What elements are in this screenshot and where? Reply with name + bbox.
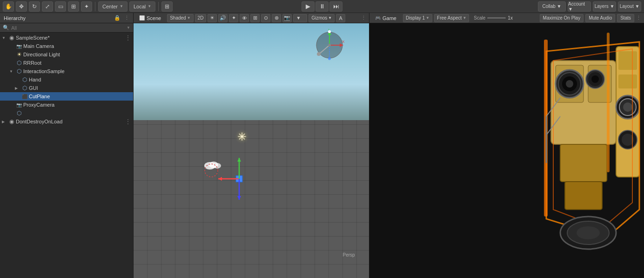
step-icon: ⏭ (333, 3, 339, 10)
camera-settings-btn[interactable]: ▼ (293, 14, 307, 22)
tree-item-empty[interactable]: ⬡ (0, 109, 133, 117)
scene-toolbar: ⬜ Scene Shaded ▼ 2D ☀ 🔊 ✦ (134, 13, 369, 23)
fx-btn[interactable]: ✦ (229, 14, 238, 22)
2d-toggle-btn[interactable]: 2D (195, 14, 207, 22)
scene-menu-icon[interactable]: ⋮ (361, 15, 366, 21)
tree-item-hand[interactable]: ⬡ Hand (0, 75, 133, 84)
layout-btn[interactable]: Layout ▼ (618, 1, 641, 12)
play-button[interactable]: ▶ (302, 1, 315, 12)
collab-btn[interactable]: Collab ▼ (538, 1, 566, 12)
scene-menu-icon[interactable]: ⋮ (125, 34, 133, 41)
group-icon: ⬡ (16, 68, 22, 75)
aspect-dropdown: ▼ (463, 16, 466, 20)
tree-item-rrroot[interactable]: ⬡ RRRoot (0, 59, 133, 67)
svg-marker-6 (218, 177, 222, 181)
hierarchy-tree: ▼ ◉ SampleScene* ⋮ 📷 Main Camera ☀ Direc… (0, 33, 133, 278)
gizmos-btn[interactable]: Gizmos ▼ (309, 14, 335, 22)
hierarchy-search-input[interactable] (11, 25, 125, 31)
hand-tool-btn[interactable]: ✋ (3, 1, 14, 12)
game-icon: 🎮 (375, 15, 381, 20)
grid-scene-btn[interactable]: ⊞ (250, 14, 260, 22)
shading-mode-btn[interactable]: Shaded ▼ (167, 14, 193, 22)
grid-btn[interactable]: ⊞ (161, 1, 173, 12)
tree-item-directional-light[interactable]: ☀ Directional Light (0, 50, 133, 59)
rotate-tool-btn[interactable]: ↻ (29, 1, 40, 12)
scale-text-label: Scale (474, 15, 485, 20)
search-icon: 🔍 (3, 25, 9, 31)
space-dropdown-icon: ▼ (148, 4, 151, 8)
hand-label: Hand (29, 77, 133, 82)
top-toolbar: ✋ ✥ ↻ ⤢ ▭ ⊞ ✦ Center ▼ Local ▼ ⊞ ▶ ⏸ ⏭ C… (0, 0, 644, 13)
layers-btn[interactable]: Layers ▼ (593, 1, 616, 12)
game-tab[interactable]: 🎮 Game (372, 15, 399, 21)
scene-tab[interactable]: ⬜ Scene (136, 15, 164, 21)
a-label: A (339, 15, 342, 21)
hierarchy-lock-icon[interactable]: 🔒 (114, 15, 121, 21)
lighting-btn[interactable]: ☀ (208, 14, 217, 22)
stats-btn[interactable]: Stats (617, 14, 634, 22)
tree-item-dontdestroy[interactable]: ▶ ◉ DontDestroyOnLoad ⋮ (0, 117, 133, 126)
arrow-icon: ▼ (2, 36, 7, 40)
maximize-label: Maximize On Play (543, 15, 581, 20)
transform-tool-btn[interactable]: ⊞ (68, 1, 79, 12)
mute-audio-btn[interactable]: Mute Audio (585, 14, 615, 22)
tree-item-main-camera[interactable]: 📷 Main Camera (0, 42, 133, 50)
mute-label: Mute Audio (589, 15, 612, 20)
hidden-objects-btn[interactable]: 👁 (240, 14, 249, 22)
game-view[interactable] (369, 23, 644, 278)
game-menu-icon[interactable]: ⋮ (636, 15, 641, 21)
tree-item-samplescene[interactable]: ▼ ◉ SampleScene* ⋮ (0, 34, 133, 42)
display-btn[interactable]: Display 1 ▼ (403, 14, 432, 22)
camera-scene-icon[interactable]: 📷 (282, 14, 292, 22)
display-label: Display 1 (406, 15, 425, 20)
pause-button[interactable]: ⏸ (315, 1, 329, 12)
tree-item-cutplane[interactable]: ⬛ CutPlane (0, 92, 133, 101)
svg-point-20 (328, 57, 331, 60)
scene-compass[interactable]: Y X (313, 29, 341, 57)
scale-tool-btn[interactable]: ⤢ (42, 1, 53, 12)
svg-rect-42 (560, 144, 607, 182)
aspect-btn[interactable]: Free Aspect ▼ (434, 14, 469, 22)
hierarchy-menu-icon[interactable]: ⋮ (124, 15, 129, 21)
gizmos-dropdown: ▼ (328, 16, 332, 20)
custom-tool-btn[interactable]: ✦ (81, 1, 92, 12)
pivot-center-label: Center (102, 4, 118, 9)
space-local-label: Local (134, 4, 146, 9)
account-btn[interactable]: Account ▼ (568, 1, 591, 12)
scene-view[interactable]: ✳ (134, 23, 369, 278)
center-panels: ⬜ Scene Shaded ▼ 2D ☀ 🔊 ✦ (134, 13, 644, 278)
maximize-play-btn[interactable]: Maximize On Play (540, 14, 584, 22)
scene-label: SampleScene* (16, 35, 124, 41)
space-local-btn[interactable]: Local ▼ (129, 1, 155, 12)
svg-point-39 (623, 102, 632, 112)
scene-a-btn[interactable]: A (336, 14, 345, 22)
tree-item-interaction-sample[interactable]: ▼ ⬡ InteractionSample (0, 67, 133, 75)
light-icon: ☀ (16, 51, 22, 58)
rrroot-label: RRRoot (23, 60, 133, 66)
tree-item-gui[interactable]: ▶ ⬡ GUI (0, 84, 133, 92)
aspect-label: Free Aspect (437, 15, 462, 20)
move-tool-btn[interactable]: ✥ (16, 1, 27, 12)
step-button[interactable]: ⏭ (329, 1, 342, 12)
arrow-icon: ▶ (15, 86, 20, 90)
disable-btn[interactable]: ⊗ (272, 14, 281, 22)
shading-mode-label: Shaded (170, 15, 186, 20)
robot-visual (514, 23, 644, 278)
hierarchy-panel: Hierarchy 🔒 ⋮ 🔍 ▼ ▼ ◉ SampleScene* ⋮ 📷 (0, 13, 134, 278)
svg-text:Y: Y (328, 29, 330, 31)
audio-btn[interactable]: 🔊 (218, 14, 228, 22)
pivot-center-btn[interactable]: Center ▼ (98, 1, 127, 12)
rect-tool-btn[interactable]: ▭ (55, 1, 66, 12)
scale-slider[interactable] (487, 17, 506, 19)
tree-item-proxy-camera[interactable]: 📷 ProxyCamera (0, 101, 133, 109)
dontdestroy-menu-icon[interactable]: ⋮ (125, 118, 133, 125)
camera-icon: 📷 (16, 43, 22, 49)
occlusion-btn[interactable]: ⊙ (261, 14, 270, 22)
scene-panel: ⬜ Scene Shaded ▼ 2D ☀ 🔊 ✦ (134, 13, 369, 278)
pivot-dropdown-icon: ▼ (120, 4, 123, 8)
hierarchy-search-bar: 🔍 ▼ (0, 23, 133, 33)
game-tab-label: Game (382, 15, 396, 21)
search-dropdown-icon: ▼ (127, 26, 130, 30)
play-controls: ▶ ⏸ ⏭ (302, 1, 342, 12)
game-toolbar-right: Maximize On Play Mute Audio Stats ⋮ (540, 14, 641, 22)
